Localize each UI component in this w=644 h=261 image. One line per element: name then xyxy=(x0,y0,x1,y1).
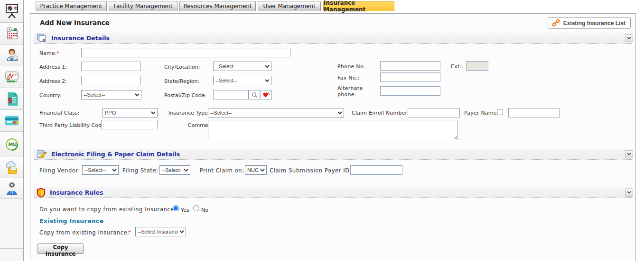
billing-invoice-icon: $ xyxy=(5,91,19,107)
sidebar-item-vitals[interactable] xyxy=(0,66,23,88)
insurance-details-icon xyxy=(37,33,47,43)
sidebar-item-billing[interactable]: $ xyxy=(0,88,23,110)
admin-settings-icon xyxy=(5,181,19,196)
tab-user-management[interactable]: User Management xyxy=(258,1,321,11)
tab-resources-management[interactable]: Resources Management xyxy=(179,1,256,11)
sidebar-item-scheduler[interactable] xyxy=(0,23,23,45)
tab-label: Insurance Management xyxy=(324,0,394,13)
insurance-type-label: Insurance Type:* xyxy=(168,110,212,116)
city-label: City/Location: xyxy=(164,64,200,70)
tab-label: Resources Management xyxy=(183,3,252,9)
section-title: Electronic Filing & Paper Claim Details xyxy=(51,151,180,158)
address2-input[interactable] xyxy=(81,76,141,85)
meaningful-use-icon: MU xyxy=(4,137,19,152)
sidebar-item-dashboard[interactable] xyxy=(0,0,23,23)
address1-input[interactable] xyxy=(81,62,141,71)
third-party-input[interactable] xyxy=(101,120,158,129)
payer-name-label: Payer Name: xyxy=(464,110,499,116)
postal-input[interactable] xyxy=(213,90,249,99)
city-select[interactable]: --Select-- xyxy=(213,62,271,71)
sidebar-item-meaningful-use[interactable]: MU xyxy=(0,132,23,157)
chevron-down-icon xyxy=(627,36,631,40)
print-claim-label: Print Claim on: xyxy=(200,167,244,174)
alt-phone-input[interactable] xyxy=(380,86,440,96)
name-input[interactable] xyxy=(81,48,290,57)
tab-facility-management[interactable]: Facility Management xyxy=(109,1,177,11)
copy-yes-radio[interactable] xyxy=(173,205,179,211)
payer-name-input[interactable] xyxy=(508,108,560,117)
copy-from-existing-select[interactable]: --Select Insurance-- xyxy=(135,227,186,236)
postal-label: Postal/Zip Code: xyxy=(164,92,206,99)
claim-submission-payer-id-input[interactable] xyxy=(350,165,402,175)
claim-enroll-input[interactable] xyxy=(408,108,460,117)
sidebar-item-documents[interactable] xyxy=(0,157,23,178)
rules-shield-icon xyxy=(37,188,46,198)
existing-insurance-list-button[interactable]: Existing Insurance List xyxy=(548,17,631,29)
filing-collapse-button[interactable] xyxy=(625,150,633,158)
filing-state-label: Filing State: xyxy=(122,167,159,174)
tab-label: User Management xyxy=(263,3,315,9)
claim-submission-payer-id-label: Claim Submission Payer ID: xyxy=(270,167,352,174)
sidebar: $ MU xyxy=(0,0,24,261)
tab-label: Facility Management xyxy=(113,3,172,9)
sidebar-item-patient-search[interactable] xyxy=(0,45,23,66)
svg-text:$: $ xyxy=(7,96,12,105)
fax-input[interactable] xyxy=(380,72,440,82)
sidebar-item-admin[interactable] xyxy=(0,178,23,199)
name-label: Name:* xyxy=(39,50,59,56)
chevron-down-icon xyxy=(627,153,631,156)
ext-input xyxy=(466,61,488,71)
existing-insurance-list-label: Existing Insurance List xyxy=(563,20,625,27)
filing-details-header: Electronic Filing & Paper Claim Details xyxy=(34,149,632,160)
section-title: Insurance Rules xyxy=(50,189,103,196)
copy-no-radio[interactable] xyxy=(193,205,199,211)
insurance-type-select[interactable]: --Select-- xyxy=(208,108,344,117)
comment-textarea[interactable] xyxy=(208,120,458,140)
copy-no-label: No xyxy=(201,207,208,213)
patient-search-icon xyxy=(5,48,19,63)
vitals-monitor-icon xyxy=(4,70,19,84)
alt-phone-label: Alternate phone: xyxy=(337,85,367,98)
tab-practice-management[interactable]: Practice Management xyxy=(36,1,107,11)
hearts-icon xyxy=(263,92,270,98)
insurance-rules-collapse-button[interactable] xyxy=(625,189,633,197)
tab-insurance-management[interactable]: Insurance Management xyxy=(323,1,394,11)
insurance-details-collapse-button[interactable] xyxy=(625,34,633,42)
fax-label: Fax No.: xyxy=(337,75,359,81)
sidebar-item-payments[interactable] xyxy=(0,110,23,132)
insurance-management-panel: Add New Insurance Existing Insurance Lis… xyxy=(30,13,636,261)
scheduler-calendar-icon xyxy=(5,27,19,41)
tab-label: Practice Management xyxy=(40,3,103,9)
svg-text:MU: MU xyxy=(8,142,17,147)
address2-label: Address 2: xyxy=(39,78,67,84)
print-claim-select[interactable]: NUCC xyxy=(245,165,267,175)
link-icon xyxy=(552,19,560,27)
filing-state-select[interactable]: --Select-- xyxy=(159,165,190,175)
phone-input[interactable] xyxy=(380,61,440,71)
document-cloud-icon xyxy=(4,161,19,174)
required-asterisk: * xyxy=(129,229,131,235)
copy-insurance-button[interactable]: Copy Insurance xyxy=(37,243,84,254)
third-party-label: Third Party Liability Code: xyxy=(39,122,107,128)
sidebar-footer xyxy=(0,248,23,261)
search-icon xyxy=(252,92,258,98)
existing-insurance-heading: Existing Insurance xyxy=(39,217,103,225)
claim-enroll-label: Claim Enroll Number: xyxy=(352,110,409,116)
payer-name-checkbox[interactable] xyxy=(497,109,503,115)
insurance-rules-header: Insurance Rules xyxy=(34,187,632,198)
sidebar-empty xyxy=(0,199,23,248)
country-select[interactable]: --Select-- xyxy=(81,90,141,99)
postal-search-button[interactable] xyxy=(249,90,260,99)
state-select[interactable]: --Select-- xyxy=(213,76,271,85)
postal-favorites-button[interactable] xyxy=(261,90,272,99)
ext-label: Ext.: xyxy=(451,63,463,70)
copy-question-label: Do you want to copy from existing Insura… xyxy=(39,206,179,213)
phone-label: Phone No.: xyxy=(337,63,367,70)
copy-from-existing-label: Copy from existing Insurance: xyxy=(39,229,130,236)
copy-yes-label: Yes xyxy=(181,207,189,213)
country-label: Country: xyxy=(39,92,62,99)
filing-pencil-icon xyxy=(37,149,47,159)
filing-vendor-select[interactable]: --Select-- xyxy=(82,165,119,175)
financial-class-select[interactable]: PPO xyxy=(103,108,158,117)
insurance-details-header: Insurance Details xyxy=(34,33,632,44)
